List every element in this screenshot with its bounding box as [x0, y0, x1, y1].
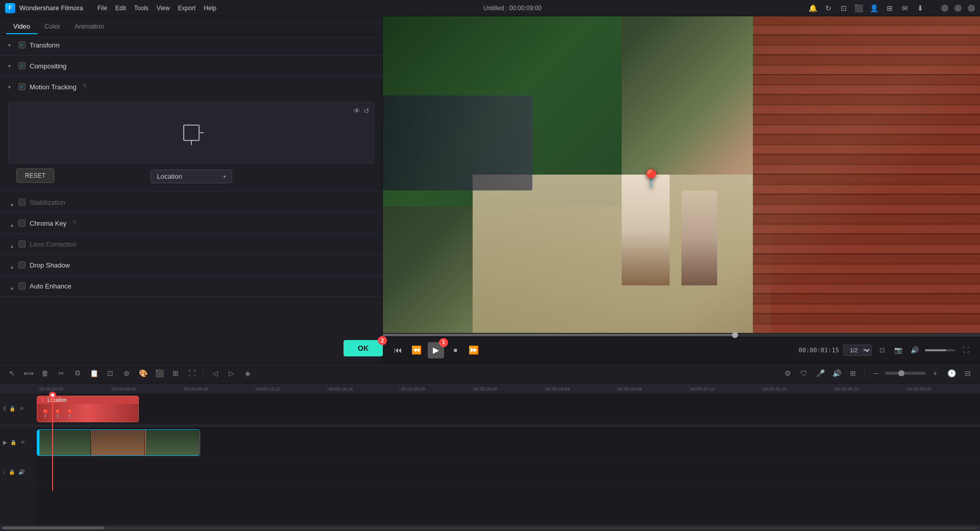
ruler-mark-11: 00:00:45:20 — [834, 385, 906, 392]
paste-button[interactable]: 📋 — [87, 366, 101, 380]
menu-export[interactable]: Export — [178, 5, 196, 12]
zoom-slider[interactable] — [885, 372, 926, 375]
cut-button[interactable]: ✂ — [54, 366, 68, 380]
render-button[interactable]: ⚙ — [780, 366, 795, 380]
mask-button[interactable]: ⬛ — [152, 366, 166, 380]
stop-button[interactable]: ■ — [448, 343, 462, 357]
screenshot-button[interactable]: 📷 — [892, 344, 904, 356]
scrollbar-track[interactable] — [2, 526, 978, 529]
preview-handle[interactable] — [732, 332, 738, 338]
audio-lock[interactable]: 🔒 — [8, 468, 16, 476]
mark-out-button[interactable]: ▷ — [224, 366, 238, 380]
track-2-lock[interactable]: 🔒 — [9, 439, 17, 447]
stabilization-checkbox[interactable] — [18, 199, 26, 206]
timeline-scrollbar[interactable] — [0, 525, 980, 531]
section-lens-correction-header[interactable]: ▸ Lens Correction — [0, 234, 382, 254]
track-1-eye[interactable]: 👁 — [18, 405, 26, 413]
fit-button[interactable]: ⊞ — [168, 366, 183, 380]
export-icon[interactable]: ⬛ — [854, 4, 864, 13]
minimize-button[interactable]: ─ — [941, 5, 948, 12]
transform-chevron: ▾ — [8, 42, 14, 48]
playhead[interactable] — [52, 394, 53, 491]
motion-tracking-help-icon[interactable]: ? — [83, 83, 86, 90]
section-chroma-key-header[interactable]: ▸ Chroma Key ? — [0, 213, 382, 233]
quality-select[interactable]: 1/2 1/4 Full — [843, 345, 872, 356]
menu-file[interactable]: File — [97, 5, 107, 12]
app-name: Wondershare Filmora — [19, 4, 83, 12]
fit-to-screen-button[interactable]: ⊡ — [876, 344, 888, 356]
track-2-eye[interactable]: 👁 — [19, 439, 27, 447]
reset-button[interactable]: RESET — [16, 168, 54, 183]
section-auto-enhance-header[interactable]: ▸ Auto Enhance — [0, 276, 382, 296]
menu-tools[interactable]: Tools — [134, 5, 149, 12]
crop-icon[interactable]: ⊡ — [839, 4, 848, 13]
menu-help[interactable]: Help — [204, 5, 216, 12]
reset-preview-icon[interactable]: ↺ — [363, 107, 370, 115]
timeline-content[interactable]: 00:00:00:00 00:00:04:04 00:00:08:08 00:0… — [36, 383, 980, 525]
plus-zoom[interactable]: + — [928, 366, 942, 380]
maximize-button[interactable]: □ — [954, 5, 962, 12]
speaker-button[interactable]: 🔊 — [829, 366, 844, 380]
delete-button[interactable]: 🗑 — [38, 366, 52, 380]
pointer-tool[interactable]: ↖ — [5, 366, 19, 380]
shield-button[interactable]: 🛡 — [797, 366, 811, 380]
track-1-lock[interactable]: 🔒 — [8, 405, 16, 413]
drop-shadow-checkbox[interactable] — [18, 261, 26, 269]
minus-zoom[interactable]: ─ — [869, 366, 883, 380]
fullscreen-timeline-button[interactable]: ⛶ — [185, 366, 199, 380]
transform-checkbox[interactable] — [18, 41, 26, 49]
step-back-button[interactable]: ⏮ — [391, 343, 405, 357]
tab-animation[interactable]: Animation — [67, 19, 111, 34]
tab-video[interactable]: Video — [6, 19, 37, 34]
visibility-toggle-icon[interactable]: 👁 — [353, 107, 360, 115]
zoom-handle[interactable] — [898, 370, 904, 376]
copy-button[interactable]: ⧉ — [70, 366, 85, 380]
compositing-checkbox[interactable] — [18, 62, 26, 69]
location-select[interactable]: Location Object Scene — [151, 170, 232, 183]
fullscreen-button[interactable]: ⛶ — [960, 344, 972, 356]
toolbar-divider-2 — [864, 368, 865, 378]
auto-enhance-checkbox[interactable] — [18, 282, 26, 289]
audio-button[interactable]: 🔊 — [909, 344, 921, 356]
speed-button[interactable]: ⊛ — [119, 366, 134, 380]
ripple-edit-tool[interactable]: ⟺ — [21, 366, 36, 380]
ok-button[interactable]: OK 2 — [344, 340, 383, 356]
ruler-mark-1: 00:00:04:04 — [110, 385, 183, 392]
section-transform-header[interactable]: ▾ Transform — [0, 35, 382, 55]
notification-icon[interactable]: 🔔 — [808, 4, 818, 13]
mail-icon[interactable]: ✉ — [900, 4, 910, 13]
download-icon[interactable]: ⬇ — [916, 4, 925, 13]
section-compositing-header[interactable]: ▾ Compositing — [0, 56, 382, 76]
detach-audio-button[interactable]: ◈ — [240, 366, 255, 380]
section-motion-tracking-header[interactable]: ▾ Motion Tracking ? — [0, 77, 382, 97]
volume-slider[interactable] — [925, 349, 955, 351]
grid-button[interactable]: ⊞ — [846, 366, 860, 380]
frame-back-button[interactable]: ⏪ — [409, 343, 424, 357]
audio-mute[interactable]: 🔊 — [17, 468, 26, 476]
lens-correction-checkbox[interactable] — [18, 240, 26, 248]
mark-in-button[interactable]: ◁ — [208, 366, 222, 380]
chroma-key-checkbox[interactable] — [18, 220, 26, 227]
menu-edit[interactable]: Edit — [115, 5, 126, 12]
section-drop-shadow-header[interactable]: ▸ Drop Shadow — [0, 255, 382, 275]
tab-color[interactable]: Color — [37, 19, 67, 34]
crop-button[interactable]: ⊡ — [103, 366, 117, 380]
color-button[interactable]: 🎨 — [136, 366, 150, 380]
profile-icon[interactable]: 👤 — [870, 4, 879, 13]
close-button[interactable]: ✕ — [968, 5, 975, 12]
layout-icon[interactable]: ⊞ — [885, 4, 894, 13]
motion-tracking-checkbox[interactable] — [18, 83, 26, 90]
compositing-title: Compositing — [30, 62, 66, 70]
scrollbar-thumb[interactable] — [2, 526, 104, 529]
play-button[interactable]: ▶ 1 — [428, 342, 444, 358]
section-stabilization-header[interactable]: ▸ Stabilization — [0, 192, 382, 212]
frame-forward-button[interactable]: ⏩ — [467, 343, 481, 357]
expand-button[interactable]: ⊟ — [961, 366, 975, 380]
mic-button[interactable]: 🎤 — [813, 366, 827, 380]
chroma-key-help-icon[interactable]: ? — [72, 220, 76, 227]
clock-button[interactable]: 🕐 — [944, 366, 959, 380]
video-clip[interactable] — [37, 429, 200, 456]
sync-icon[interactable]: ↻ — [824, 4, 833, 13]
menu-view[interactable]: View — [157, 5, 170, 12]
preview-timeline[interactable] — [383, 333, 980, 337]
